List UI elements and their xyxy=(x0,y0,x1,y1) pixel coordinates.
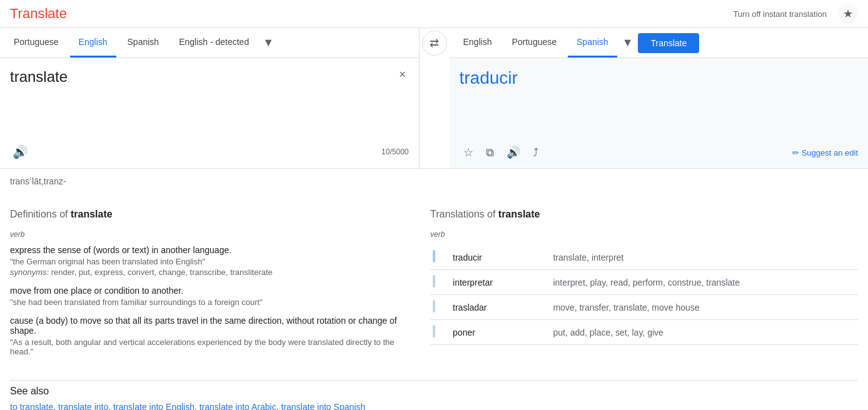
definition-example-2: "she had been translated from familiar s… xyxy=(10,298,410,307)
translation-row: trasladar move, transfer, translate, mov… xyxy=(430,295,858,320)
see-also-links: to translate, translate into, translate … xyxy=(10,402,858,410)
translations-title: Translations of translate xyxy=(430,209,858,220)
swap-button[interactable]: ⇄ xyxy=(422,31,447,56)
char-count: 10/5000 xyxy=(381,148,408,156)
translation-meanings: translate, interpret xyxy=(550,245,858,270)
translation-meanings: move, transfer, translate, move house xyxy=(550,295,858,320)
frequency-bar xyxy=(433,325,435,338)
definition-synonyms-1: synonyms: render, put, express, convert,… xyxy=(10,268,410,277)
source-tab-english-detected[interactable]: English - detected xyxy=(170,28,258,58)
source-tab-spanish[interactable]: Spanish xyxy=(119,28,168,58)
definitions-word: translate xyxy=(71,209,113,219)
details-container: Definitions of translate verb express th… xyxy=(0,194,868,380)
frequency-bar xyxy=(433,300,435,312)
source-speaker-icon: 🔊 xyxy=(13,145,28,159)
translation-word[interactable]: poner xyxy=(450,320,550,345)
target-bottom-bar: ☆ ⧉ 🔊 ⤴ ✏ Suggest an edit xyxy=(450,139,869,168)
target-text-area: traducir xyxy=(450,58,869,139)
translation-word[interactable]: trasladar xyxy=(450,295,550,320)
see-also-link[interactable]: translate into English xyxy=(113,402,194,410)
source-bottom-bar: 🔊 10/5000 xyxy=(0,139,419,167)
definition-text-1: express the sense of (words or text) in … xyxy=(10,245,410,255)
target-action-buttons: ☆ ⧉ 🔊 ⤴ xyxy=(460,142,542,163)
clear-button[interactable]: × xyxy=(394,66,411,83)
pencil-icon: ✏ xyxy=(792,148,799,158)
pronunciation-text: transˈlāt,tranz- xyxy=(10,176,66,186)
translations-table: traducir translate, interpret interpreta… xyxy=(430,245,858,345)
source-lang-tabs: Portuguese English Spanish English - det… xyxy=(0,28,419,58)
clear-icon: × xyxy=(399,68,406,81)
translations-pos: verb xyxy=(430,230,858,239)
pronunciation: transˈlāt,tranz- xyxy=(0,169,868,194)
translations-word: translate xyxy=(498,209,540,219)
synonyms-label-1: synonyms: xyxy=(10,268,49,277)
translation-bar-cell xyxy=(430,270,450,295)
translate-panels: Portuguese English Spanish English - det… xyxy=(0,28,868,169)
translations-prefix: Translations of xyxy=(430,209,495,219)
translation-bar-cell xyxy=(430,245,450,270)
target-more-button[interactable]: ▼ xyxy=(620,32,636,53)
see-also-title: See also xyxy=(10,386,858,397)
translation-row: interpretar interpret, play, read, perfo… xyxy=(430,270,858,295)
target-copy-icon: ⧉ xyxy=(486,146,494,159)
source-speaker-button[interactable]: 🔊 xyxy=(10,142,31,162)
frequency-bar xyxy=(433,275,435,288)
translate-button[interactable]: Translate xyxy=(638,33,699,53)
definitions-title: Definitions of translate xyxy=(10,209,410,220)
app-title[interactable]: Translate xyxy=(10,6,67,22)
see-also-link[interactable]: translate into Spanish xyxy=(281,402,366,410)
target-speaker-icon: 🔊 xyxy=(507,146,520,159)
translation-word[interactable]: interpretar xyxy=(450,270,550,295)
swap-icon: ⇄ xyxy=(430,36,439,50)
translation-meanings: interpret, play, read, perform, construe… xyxy=(550,270,858,295)
source-text-area: translate × xyxy=(0,58,419,139)
source-panel: Portuguese English Spanish English - det… xyxy=(0,28,420,168)
see-also-link[interactable]: translate into xyxy=(58,402,108,410)
translation-bar-cell xyxy=(430,295,450,320)
definition-example-1: "the German original has been translated… xyxy=(10,257,410,266)
translation-meanings: put, add, place, set, lay, give xyxy=(550,320,858,345)
target-tab-spanish[interactable]: Spanish xyxy=(568,28,617,58)
frequency-bar xyxy=(433,250,435,262)
suggest-edit-button[interactable]: ✏ Suggest an edit xyxy=(792,148,858,158)
translation-word[interactable]: traducir xyxy=(450,245,550,270)
definition-entry-1: express the sense of (words or text) in … xyxy=(10,245,410,277)
source-tab-english[interactable]: English xyxy=(70,28,116,58)
see-also-link[interactable]: to translate xyxy=(10,402,53,410)
target-share-icon: ⤴ xyxy=(533,146,538,159)
target-share-button[interactable]: ⤴ xyxy=(529,142,542,163)
definition-text-3: cause (a body) to move so that all its p… xyxy=(10,316,410,336)
see-also-link[interactable]: translate into Arabic xyxy=(199,402,276,410)
target-panel: English Portuguese Spanish ▼ Translate t… xyxy=(450,28,869,168)
source-input[interactable]: translate xyxy=(10,68,409,121)
top-right-controls: Turn off instant translation ★ xyxy=(728,4,858,24)
suggest-edit-label: Suggest an edit xyxy=(802,148,858,158)
target-copy-button[interactable]: ⧉ xyxy=(482,142,498,163)
definitions-pos: verb xyxy=(10,230,410,239)
translations-section: Translations of translate verb traducir … xyxy=(430,209,858,365)
target-tab-english[interactable]: English xyxy=(455,28,501,58)
source-tab-portuguese[interactable]: Portuguese xyxy=(5,28,68,58)
star-icon: ★ xyxy=(843,7,853,21)
source-more-button[interactable]: ▼ xyxy=(260,32,276,53)
top-bar: Translate Turn off instant translation ★ xyxy=(0,0,868,28)
definition-entry-3: cause (a body) to move so that all its p… xyxy=(10,316,410,356)
translation-row: traducir translate, interpret xyxy=(430,245,858,270)
see-also-section: See also to translate, translate into, t… xyxy=(0,381,868,410)
definition-entry-2: move from one place or condition to anot… xyxy=(10,286,410,307)
synonyms-text-1: render, put, express, convert, change, t… xyxy=(51,268,273,277)
translation-result: traducir xyxy=(460,68,518,88)
swap-container: ⇄ xyxy=(420,28,450,168)
target-speaker-button[interactable]: 🔊 xyxy=(503,142,524,163)
star-button[interactable]: ★ xyxy=(838,4,858,24)
target-lang-tabs: English Portuguese Spanish ▼ Translate xyxy=(450,28,869,58)
target-tab-portuguese[interactable]: Portuguese xyxy=(503,28,565,58)
target-star-icon: ☆ xyxy=(463,146,473,159)
translation-bar-cell xyxy=(430,320,450,345)
definitions-prefix: Definitions of xyxy=(10,209,68,219)
definitions-section: Definitions of translate verb express th… xyxy=(10,209,410,365)
definition-example-3: "As a result, both angular and vertical … xyxy=(10,338,410,356)
translation-row: poner put, add, place, set, lay, give xyxy=(430,320,858,345)
target-star-button[interactable]: ☆ xyxy=(460,142,477,163)
instant-translation-button[interactable]: Turn off instant translation xyxy=(728,7,832,21)
